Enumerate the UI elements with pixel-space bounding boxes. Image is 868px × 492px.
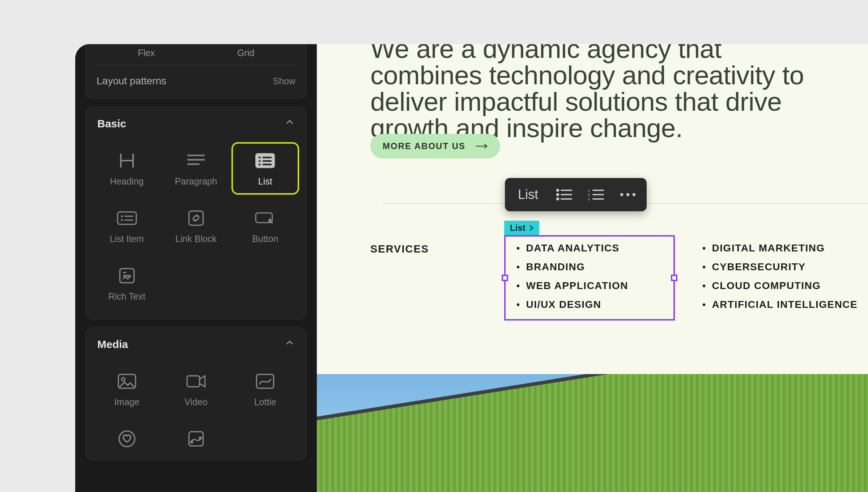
element-video[interactable]: Video [163, 364, 228, 414]
svg-point-1 [259, 157, 261, 158]
basic-panel: Basic Heading Paragraph [85, 107, 307, 319]
list-item-text: WEB APPLICATION [526, 280, 628, 292]
list-item[interactable]: DIGITAL MARKETING [702, 239, 858, 258]
chevron-up-icon [285, 117, 295, 130]
element-label: Lottie [254, 397, 276, 407]
svg-text:2: 2 [588, 193, 590, 197]
element-paragraph[interactable]: Paragraph [163, 144, 228, 193]
element-label: Video [184, 397, 208, 407]
list-item[interactable]: ARTIFICIAL INTELLIGENCE [702, 295, 858, 314]
svg-point-28 [557, 198, 559, 200]
services-heading[interactable]: SERVICES [370, 243, 429, 255]
list-item-text: UI/UX DESIGN [526, 299, 601, 310]
layout-grid[interactable]: Grid [196, 48, 295, 58]
basic-elements-grid: Heading Paragraph List [86, 140, 306, 319]
list-item-text: ARTIFICIAL INTELLIGENCE [712, 299, 858, 310]
svg-point-26 [557, 194, 559, 196]
layout-patterns-row[interactable]: Layout patterns Show [86, 65, 306, 98]
chevron-up-icon [285, 338, 295, 351]
element-media-extra-2[interactable] [163, 422, 228, 449]
element-media-extra-1[interactable] [94, 422, 159, 449]
element-label: Button [252, 234, 278, 244]
services-list-2[interactable]: DIGITAL MARKETING CYBERSECURITY CLOUD CO… [702, 239, 858, 314]
list-item[interactable]: BRANDING [516, 258, 682, 276]
elements-sidebar: Flex Grid Layout patterns Show Basic [75, 44, 317, 492]
hero-heading[interactable]: We are a dynamic agency that combines te… [370, 44, 804, 141]
svg-point-3 [259, 160, 261, 162]
video-icon [183, 371, 209, 392]
rich-text-icon [114, 265, 140, 286]
more-about-us-button[interactable]: MORE ABOUT US [370, 134, 500, 158]
services-list-1[interactable]: DATA ANALYTICS BRANDING WEB APPLICATION … [516, 239, 682, 314]
list-item-text: DATA ANALYTICS [526, 242, 620, 254]
resize-handle-left[interactable] [502, 275, 508, 281]
svg-point-5 [259, 164, 261, 165]
element-image[interactable]: Image [94, 364, 159, 414]
element-lottie[interactable]: Lottie [233, 364, 298, 414]
svg-point-21 [191, 441, 192, 443]
paragraph-icon [183, 150, 209, 171]
layout-patterns-toggle[interactable]: Show [273, 76, 295, 86]
design-canvas[interactable]: We are a dynamic agency that combines te… [317, 44, 868, 492]
list-item-text: DIGITAL MARKETING [712, 242, 825, 254]
lottie-icon [252, 371, 278, 392]
svg-point-22 [199, 437, 201, 439]
svg-point-10 [121, 219, 123, 221]
selection-tag[interactable]: List [504, 221, 539, 235]
basic-panel-title: Basic [97, 118, 126, 130]
media-panel-title: Media [97, 338, 128, 351]
svg-text:1: 1 [588, 188, 590, 192]
cta-label: MORE ABOUT US [383, 141, 465, 151]
svg-rect-7 [118, 212, 136, 224]
element-rich-text[interactable]: Rich Text [94, 259, 159, 308]
link-block-icon [183, 208, 209, 229]
list-item-text: CLOUD COMPUTING [712, 280, 821, 292]
element-label: List Item [110, 234, 144, 244]
svg-rect-4 [263, 160, 272, 162]
basic-panel-header[interactable]: Basic [86, 107, 306, 140]
list-item-text: BRANDING [526, 261, 585, 273]
svg-rect-12 [189, 211, 203, 225]
element-label: Paragraph [175, 176, 217, 187]
list-item[interactable]: CLOUD COMPUTING [702, 276, 858, 295]
spline-icon [183, 428, 209, 449]
app-window: Flex Grid Layout patterns Show Basic [75, 44, 868, 492]
element-label: List [258, 176, 272, 187]
element-label: Link Block [175, 234, 217, 244]
svg-point-37 [626, 193, 629, 196]
unordered-list-button[interactable] [549, 182, 579, 208]
svg-rect-17 [187, 376, 199, 387]
list-item[interactable]: DATA ANALYTICS [516, 239, 682, 258]
layout-patterns-label: Layout patterns [97, 75, 166, 87]
heading-icon [114, 150, 140, 171]
button-icon [252, 208, 278, 229]
list-icon [252, 150, 278, 171]
media-panel: Media Image Video [85, 327, 307, 461]
element-heading[interactable]: Heading [94, 144, 159, 193]
element-button[interactable]: Button [233, 201, 298, 251]
element-list-item[interactable]: List Item [94, 201, 159, 251]
element-context-toolbar[interactable]: List 123 [505, 178, 647, 211]
more-options-button[interactable] [613, 182, 643, 208]
svg-rect-6 [263, 164, 272, 165]
list-item[interactable]: WEB APPLICATION [516, 276, 682, 295]
list-item[interactable]: CYBERSECURITY [702, 258, 858, 276]
layout-options: Flex Grid [86, 44, 306, 65]
toolbar-element-type[interactable]: List [509, 182, 548, 207]
list-item-text: CYBERSECURITY [712, 261, 806, 273]
arrow-right-icon [476, 141, 488, 151]
layout-panel: Flex Grid Layout patterns Show [85, 44, 307, 99]
list-item[interactable]: UI/UX DESIGN [516, 295, 682, 314]
svg-point-8 [121, 215, 123, 217]
media-panel-header[interactable]: Media [86, 328, 306, 361]
element-label: Image [114, 397, 139, 407]
element-list[interactable]: List [233, 144, 298, 193]
svg-point-24 [557, 190, 559, 191]
svg-point-16 [122, 378, 125, 381]
element-label: Rich Text [108, 291, 145, 302]
selection-tag-label: List [510, 223, 526, 233]
layout-flex[interactable]: Flex [97, 48, 196, 58]
hero-image-placeholder [317, 374, 868, 492]
ordered-list-button[interactable]: 123 [581, 182, 611, 208]
element-link-block[interactable]: Link Block [163, 201, 228, 251]
